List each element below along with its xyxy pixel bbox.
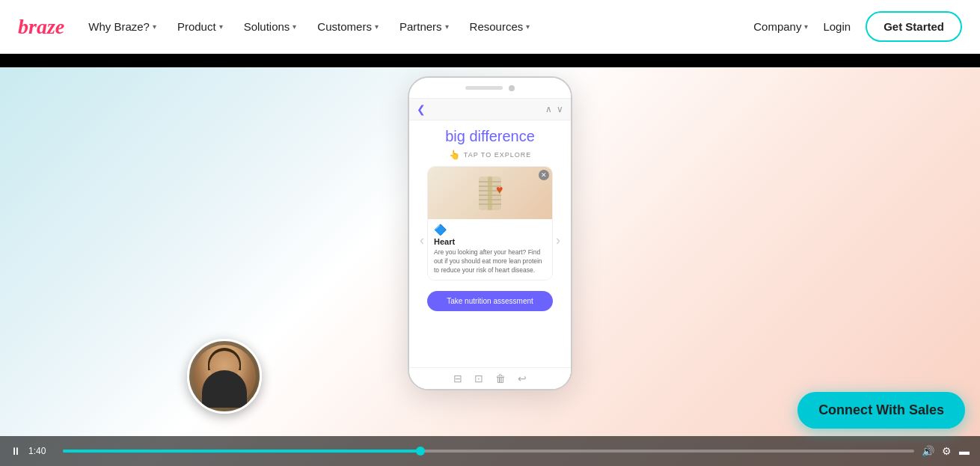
- progress-bar[interactable]: [63, 450, 914, 453]
- phone-back-icon: ❮: [417, 103, 426, 115]
- phone-title: big difference: [417, 128, 563, 145]
- phone-down-icon: ∨: [557, 104, 563, 114]
- chevron-down-icon: ▾: [804, 22, 808, 31]
- video-player: ❮ ∧ ∨ big difference 👆 TAP TO EXPLORE ‹: [0, 54, 980, 466]
- chevron-down-icon: ▾: [445, 22, 449, 31]
- phone-mockup: ❮ ∧ ∨ big difference 👆 TAP TO EXPLORE ‹: [408, 76, 572, 390]
- progress-fill: [63, 450, 420, 453]
- card-title: Heart: [434, 237, 546, 246]
- nav-item-product[interactable]: Product ▾: [177, 20, 223, 33]
- nav-item-why-braze[interactable]: Why Braze? ▾: [88, 20, 156, 33]
- chevron-down-icon: ▾: [375, 22, 379, 31]
- card-close-icon: ✕: [539, 170, 549, 180]
- chevron-down-icon: ▾: [153, 22, 156, 31]
- phone-card-image: ♥ ✕: [428, 167, 552, 219]
- navbar: braze Why Braze? ▾ Product ▾ Solutions ▾…: [0, 0, 980, 54]
- phone-next-icon: ›: [556, 233, 560, 248]
- video-controls: ⏸ 1:40 🔊 ⚙ ▬: [0, 436, 980, 466]
- phone-body: big difference 👆 TAP TO EXPLORE ‹: [409, 120, 571, 323]
- speaker-silhouette: [193, 345, 257, 408]
- phone-content: ❮ ∧ ∨ big difference 👆 TAP TO EXPLORE ‹: [409, 99, 571, 389]
- nav-item-resources[interactable]: Resources ▾: [470, 20, 530, 33]
- phone-bottom-icon-4: ↩: [518, 373, 527, 384]
- nav-item-solutions[interactable]: Solutions ▾: [244, 20, 297, 33]
- navbar-left: braze Why Braze? ▾ Product ▾ Solutions ▾…: [18, 15, 530, 39]
- phone-arrows: ∧ ∨: [545, 104, 563, 114]
- phone-bottom-icon-3: 🗑: [495, 373, 506, 384]
- connect-with-sales-button[interactable]: Connect With Sales: [797, 392, 965, 429]
- chevron-down-icon: ▾: [293, 22, 296, 31]
- navbar-right: Company ▾ Login Get Started: [753, 11, 962, 42]
- letterbox-top: [0, 54, 980, 67]
- phone-speaker: [465, 86, 503, 90]
- phone-prev-icon: ‹: [420, 233, 424, 248]
- settings-icon[interactable]: ⚙: [942, 445, 952, 457]
- nav-item-company[interactable]: Company ▾: [753, 20, 808, 33]
- skeleton-svg: ♥: [468, 173, 512, 214]
- chevron-down-icon: ▾: [219, 22, 223, 31]
- svg-text:♥: ♥: [496, 183, 503, 196]
- get-started-button[interactable]: Get Started: [866, 11, 962, 42]
- card-brand-icon: 🔷: [434, 224, 546, 236]
- volume-icon[interactable]: 🔊: [922, 445, 934, 457]
- nav-item-partners[interactable]: Partners ▾: [399, 20, 449, 33]
- card-description: Are you looking after your heart? Find o…: [434, 248, 546, 275]
- phone-bottom-icon-1: ⊟: [453, 373, 462, 384]
- tap-icon: 👆: [449, 150, 461, 160]
- phone-top-bar: [409, 78, 571, 99]
- nav-item-customers[interactable]: Customers ▾: [317, 20, 379, 33]
- phone-nav-bar: ❮ ∧ ∨: [409, 99, 571, 120]
- login-link[interactable]: Login: [823, 20, 851, 33]
- time-display: 1:40: [28, 446, 55, 456]
- progress-thumb: [416, 447, 425, 456]
- logo[interactable]: braze: [18, 15, 64, 39]
- phone-camera: [509, 85, 515, 91]
- theater-icon[interactable]: ▬: [959, 445, 970, 457]
- phone-tap-explore: 👆 TAP TO EXPLORE: [417, 150, 563, 160]
- phone-bottom-icon-2: ⊡: [474, 373, 483, 384]
- phone-up-icon: ∧: [545, 104, 552, 114]
- phone-card: ♥ ✕ 🔷 Heart Are you looking after your h…: [427, 166, 553, 280]
- svg-rect-7: [488, 177, 492, 210]
- speaker-avatar: [187, 339, 262, 414]
- phone-card-body: 🔷 Heart Are you looking after your heart…: [428, 219, 552, 280]
- phone-bottom-icons: ⊟ ⊡ 🗑 ↩: [409, 367, 571, 389]
- phone-cta-button[interactable]: Take nutrition assessment: [427, 291, 553, 311]
- chevron-down-icon: ▾: [526, 22, 530, 31]
- nav-links: Why Braze? ▾ Product ▾ Solutions ▾ Custo…: [88, 20, 530, 33]
- phone-side-nav: ‹: [417, 166, 563, 316]
- pause-button[interactable]: ⏸: [10, 445, 21, 457]
- speaker-body: [202, 370, 247, 408]
